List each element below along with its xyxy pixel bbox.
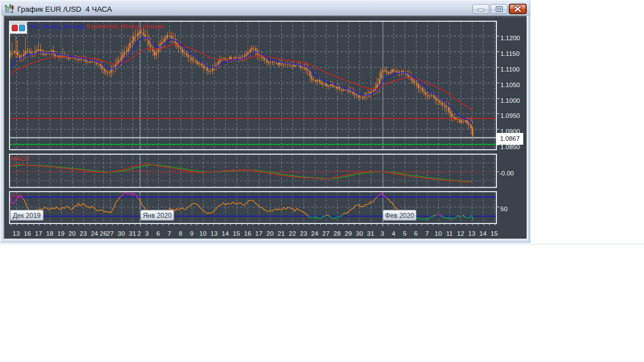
svg-text:20: 20 xyxy=(69,230,76,237)
svg-text:27: 27 xyxy=(323,230,330,237)
svg-text:3: 3 xyxy=(381,230,384,237)
svg-text:MACD: MACD xyxy=(11,155,30,162)
svg-text:15: 15 xyxy=(491,230,498,237)
svg-text:Exponential_Moving_Average: Exponential_Moving_Average xyxy=(87,23,164,30)
svg-text:30: 30 xyxy=(356,230,363,237)
svg-text:24: 24 xyxy=(91,230,98,237)
svg-text:Янв 2020: Янв 2020 xyxy=(143,212,172,220)
svg-text:30: 30 xyxy=(118,230,125,237)
svg-text:Дек 2019: Дек 2019 xyxy=(13,212,41,220)
svg-text:12: 12 xyxy=(457,230,465,237)
svg-text:6: 6 xyxy=(414,230,418,237)
svg-text:5: 5 xyxy=(403,230,406,237)
svg-text:13: 13 xyxy=(468,230,476,237)
svg-text:4: 4 xyxy=(392,230,396,237)
svg-text:График EUR /USD 4 ЧАСА: График EUR /USD 4 ЧАСА xyxy=(17,5,112,13)
svg-text:27: 27 xyxy=(107,230,114,237)
svg-text:10: 10 xyxy=(435,230,442,237)
svg-text:Фев 2020: Фев 2020 xyxy=(385,212,415,220)
svg-text:7: 7 xyxy=(425,230,429,237)
svg-text:7: 7 xyxy=(168,230,171,237)
svg-text:1.1150: 1.1150 xyxy=(500,50,519,57)
svg-text:16: 16 xyxy=(24,230,31,237)
svg-text:28: 28 xyxy=(334,230,341,237)
svg-text:20: 20 xyxy=(267,230,274,237)
svg-text:3: 3 xyxy=(145,230,149,237)
svg-text:23: 23 xyxy=(80,230,87,237)
svg-text:31: 31 xyxy=(367,230,375,237)
svg-text:RSI: RSI xyxy=(11,193,21,199)
svg-text:1.0950: 1.0950 xyxy=(500,112,520,119)
svg-text:15: 15 xyxy=(233,230,240,237)
svg-text:21: 21 xyxy=(278,230,285,237)
svg-text:13: 13 xyxy=(211,230,218,237)
svg-text:22: 22 xyxy=(289,230,296,237)
svg-text:8: 8 xyxy=(179,230,182,237)
svg-text:50: 50 xyxy=(500,206,508,212)
svg-text:17: 17 xyxy=(255,230,263,237)
svg-text:19: 19 xyxy=(58,230,65,237)
svg-text:14: 14 xyxy=(222,230,229,237)
svg-text:2: 2 xyxy=(138,230,141,237)
svg-text:23: 23 xyxy=(300,230,307,237)
svg-text:-0.00: -0.00 xyxy=(499,170,514,177)
svg-text:13: 13 xyxy=(13,230,20,237)
svg-text:1.1050: 1.1050 xyxy=(500,82,520,88)
svg-text:1.1000: 1.1000 xyxy=(500,97,520,104)
svg-text:1.1100: 1.1100 xyxy=(500,66,519,73)
svg-text:16: 16 xyxy=(244,230,252,237)
svg-text:29: 29 xyxy=(345,230,352,237)
svg-text:24: 24 xyxy=(311,230,319,237)
svg-text:31: 31 xyxy=(129,230,136,237)
svg-text:10: 10 xyxy=(200,230,207,237)
svg-text:14: 14 xyxy=(480,230,487,237)
svg-text:17: 17 xyxy=(35,230,42,237)
svg-text:9: 9 xyxy=(190,230,193,237)
svg-text:11: 11 xyxy=(446,230,453,237)
svg-text:1.1200: 1.1200 xyxy=(500,35,520,41)
svg-text:6: 6 xyxy=(157,230,160,237)
svg-text:1.0867: 1.0867 xyxy=(500,135,519,142)
svg-text:26: 26 xyxy=(100,230,107,237)
svg-text:18: 18 xyxy=(46,230,54,237)
